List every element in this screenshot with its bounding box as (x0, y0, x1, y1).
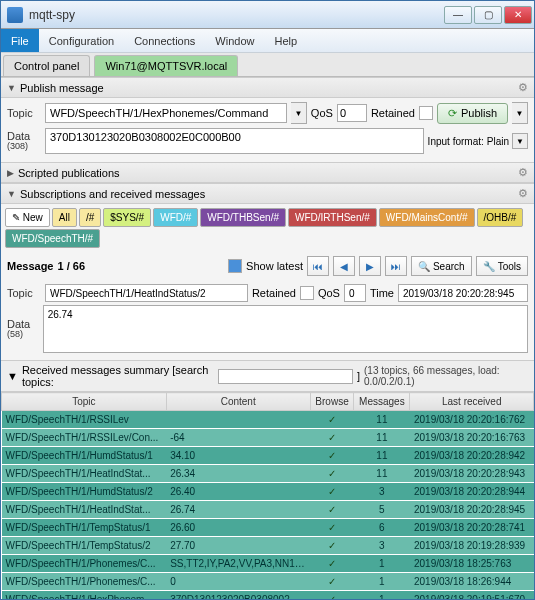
inputfmt-dropdown-icon[interactable]: ▼ (512, 133, 528, 149)
nav-first-button[interactable]: ⏮ (307, 256, 329, 276)
inputfmt-value: Plain (487, 136, 509, 147)
cell-browse[interactable]: ✓ (310, 483, 354, 501)
table-row[interactable]: WFD/SpeechTH/1/TempStatus/126.60✓62019/0… (2, 519, 534, 537)
scripted-section-header[interactable]: ▶ Scripted publications ⚙ (1, 162, 534, 183)
menu-help[interactable]: Help (264, 29, 307, 52)
subscription-filter-bar: ✎ New All /# $SYS/# WFD/# WFD/THBSen/# W… (1, 204, 534, 252)
summary-header-label: Received messages summary [search topics… (22, 364, 214, 388)
filter-sys[interactable]: $SYS/# (103, 208, 151, 227)
cell-browse[interactable]: ✓ (310, 555, 354, 573)
cell-content: 34.10 (166, 447, 310, 465)
col-content[interactable]: Content (166, 393, 310, 411)
minimize-button[interactable]: — (444, 6, 472, 24)
filter-speech[interactable]: WFD/SpeechTH/# (5, 229, 100, 248)
message-detail-panel: Topic Retained QoS Time Data (58) 26.74 (1, 280, 534, 360)
menu-file[interactable]: File (1, 29, 39, 52)
window-title: mqtt-spy (29, 8, 444, 22)
inputfmt-label: Input format: (428, 136, 484, 147)
nav-prev-button[interactable]: ◀ (333, 256, 355, 276)
cell-topic: WFD/SpeechTH/1/HumdStatus/2 (2, 483, 167, 501)
table-row[interactable]: WFD/SpeechTH/1/HumdStatus/134.10✓112019/… (2, 447, 534, 465)
table-row[interactable]: WFD/SpeechTH/1/HeatIndStat...26.34✓11201… (2, 465, 534, 483)
app-icon (7, 7, 23, 23)
search-topics-input[interactable] (218, 369, 353, 384)
publish-dropdown-icon[interactable]: ▼ (512, 102, 528, 124)
filter-all[interactable]: All (52, 208, 77, 227)
col-browse[interactable]: Browse (310, 393, 354, 411)
cell-last: 2019/03/18 18:25:763 (410, 555, 534, 573)
cell-browse[interactable]: ✓ (310, 465, 354, 483)
search-button[interactable]: 🔍Search (411, 256, 472, 276)
detail-data-value[interactable]: 26.74 (43, 305, 528, 353)
publish-topic-input[interactable] (45, 103, 287, 123)
publish-data-input[interactable]: 370D130123020B0308002E0C000B00 (45, 128, 424, 154)
tab-connection[interactable]: Win71@MQTTSVR.local (94, 55, 238, 76)
subscriptions-section-header[interactable]: ▼ Subscriptions and received messages ⚙ (1, 183, 534, 204)
cell-messages: 3 (354, 483, 410, 501)
cell-last: 2019/03/18 20:20:16:762 (410, 411, 534, 429)
detail-topic-input[interactable] (45, 284, 248, 302)
refresh-icon: ⟳ (448, 107, 457, 120)
filter-new[interactable]: ✎ New (5, 208, 50, 227)
nav-next-button[interactable]: ▶ (359, 256, 381, 276)
show-latest-checkbox[interactable] (228, 259, 242, 273)
table-row[interactable]: WFD/SpeechTH/1/TempStatus/227.70✓32019/0… (2, 537, 534, 555)
cell-browse[interactable]: ✓ (310, 537, 354, 555)
cell-browse[interactable]: ✓ (310, 591, 354, 601)
retained-checkbox[interactable] (419, 106, 433, 120)
menu-connections[interactable]: Connections (124, 29, 205, 52)
cell-browse[interactable]: ✓ (310, 429, 354, 447)
summary-table: Topic Content Browse Messages Last recei… (1, 392, 534, 600)
col-messages[interactable]: Messages (354, 393, 410, 411)
table-row[interactable]: WFD/SpeechTH/1/Phonemes/C...SS,TT2,IY,PA… (2, 555, 534, 573)
close-button[interactable]: ✕ (504, 6, 532, 24)
topic-label: Topic (7, 107, 41, 119)
menu-window[interactable]: Window (205, 29, 264, 52)
table-row[interactable]: WFD/SpeechTH/1/Phonemes/C...0✓12019/03/1… (2, 573, 534, 591)
gear-icon[interactable]: ⚙ (518, 81, 528, 94)
detail-time-value (398, 284, 528, 302)
cell-content: 26.60 (166, 519, 310, 537)
gear-icon[interactable]: ⚙ (518, 187, 528, 200)
table-row[interactable]: WFD/SpeechTH/1/RSSILev✓112019/03/18 20:2… (2, 411, 534, 429)
cell-browse[interactable]: ✓ (310, 501, 354, 519)
cell-topic: WFD/SpeechTH/1/RSSILev/Con... (2, 429, 167, 447)
cell-last: 2019/03/18 20:20:28:942 (410, 447, 534, 465)
col-topic[interactable]: Topic (2, 393, 167, 411)
publish-button[interactable]: ⟳ Publish (437, 103, 508, 124)
gear-icon[interactable]: ⚙ (518, 166, 528, 179)
cell-content: 26.74 (166, 501, 310, 519)
cell-browse[interactable]: ✓ (310, 519, 354, 537)
filter-hash[interactable]: /# (79, 208, 101, 227)
filter-wfd[interactable]: WFD/# (153, 208, 198, 227)
data-size-label: (308) (7, 142, 41, 151)
table-row[interactable]: WFD/SpeechTH/1/HeatIndStat...26.74✓52019… (2, 501, 534, 519)
qos-input[interactable] (337, 104, 367, 122)
filter-ohb[interactable]: /OHB/# (477, 208, 524, 227)
cell-messages: 11 (354, 465, 410, 483)
nav-last-button[interactable]: ⏭ (385, 256, 407, 276)
cell-browse[interactable]: ✓ (310, 447, 354, 465)
wrench-icon: 🔧 (483, 261, 495, 272)
tab-control-panel[interactable]: Control panel (3, 55, 90, 76)
filter-mains[interactable]: WFD/MainsCont/# (379, 208, 475, 227)
publish-header-label: Publish message (20, 82, 104, 94)
publish-section-header[interactable]: ▼ Publish message ⚙ (1, 77, 534, 98)
table-row[interactable]: WFD/SpeechTH/1/HumdStatus/226.40✓32019/0… (2, 483, 534, 501)
cell-browse[interactable]: ✓ (310, 411, 354, 429)
cell-browse[interactable]: ✓ (310, 573, 354, 591)
menu-configuration[interactable]: Configuration (39, 29, 124, 52)
maximize-button[interactable]: ▢ (474, 6, 502, 24)
cell-topic: WFD/SpeechTH/1/TempStatus/2 (2, 537, 167, 555)
col-last[interactable]: Last received (410, 393, 534, 411)
summary-header[interactable]: ▼ Received messages summary [search topi… (1, 360, 534, 392)
expand-icon: ▶ (7, 168, 14, 178)
table-row[interactable]: WFD/SpeechTH/1/HexPhonem...370D130123020… (2, 591, 534, 601)
topic-dropdown-icon[interactable]: ▼ (291, 102, 307, 124)
filter-irth[interactable]: WFD/IRTHSen/# (288, 208, 377, 227)
cell-content: 0 (166, 573, 310, 591)
filter-thb[interactable]: WFD/THBSen/# (200, 208, 286, 227)
table-row[interactable]: WFD/SpeechTH/1/RSSILev/Con...-64✓112019/… (2, 429, 534, 447)
tools-button[interactable]: 🔧Tools (476, 256, 528, 276)
detail-qos-value (344, 284, 366, 302)
